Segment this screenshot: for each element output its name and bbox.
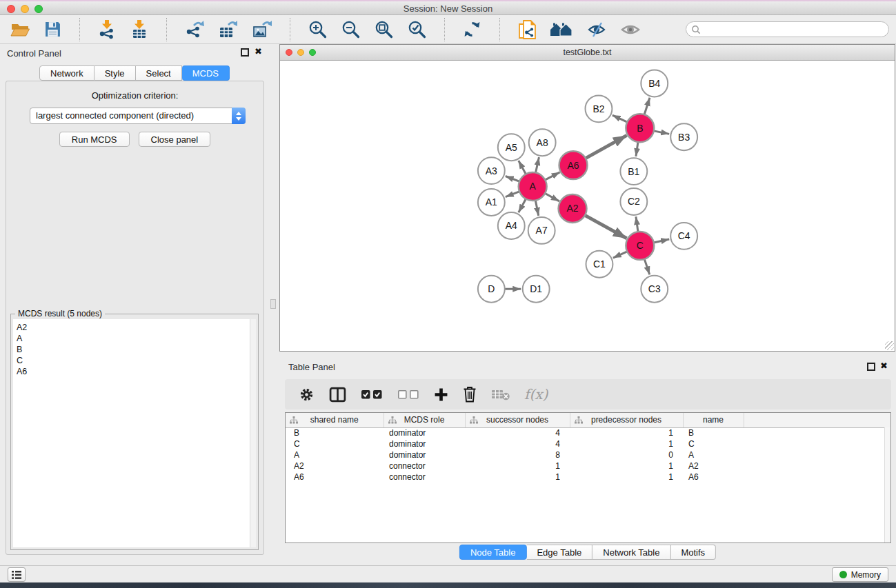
table-tab-node-table[interactable]: Node Table bbox=[459, 545, 527, 560]
table-cell[interactable]: A6 bbox=[286, 472, 384, 483]
table-cell[interactable]: B bbox=[286, 427, 384, 438]
table-cell[interactable]: A bbox=[286, 449, 384, 460]
zoom-out-icon[interactable] bbox=[339, 19, 362, 39]
tab-style[interactable]: Style bbox=[94, 65, 136, 81]
graph-edge-C-C4[interactable] bbox=[652, 239, 669, 243]
table-cell[interactable]: 1 bbox=[465, 460, 570, 472]
table-row[interactable]: A6connector11A6 bbox=[286, 472, 890, 483]
graph-node-A6[interactable]: A6 bbox=[559, 151, 588, 179]
table-cell[interactable]: 1 bbox=[570, 438, 683, 449]
graph-edge-A2-C[interactable] bbox=[584, 214, 627, 239]
graph-edge-A-A2[interactable] bbox=[544, 192, 559, 201]
deselect-all-rows-icon[interactable] bbox=[397, 389, 419, 400]
graph-node-B3[interactable]: B3 bbox=[670, 123, 697, 150]
export-table-icon[interactable] bbox=[217, 20, 240, 39]
table-cell[interactable]: C bbox=[683, 438, 744, 449]
graph-node-A8[interactable]: A8 bbox=[529, 129, 556, 156]
table-cell[interactable]: connector bbox=[384, 460, 465, 472]
graph-node-A[interactable]: A bbox=[519, 172, 547, 201]
delete-columns-icon[interactable] bbox=[463, 386, 477, 403]
graph-node-C[interactable]: C bbox=[626, 232, 654, 260]
graph-node-A4[interactable]: A4 bbox=[498, 212, 525, 239]
table-cell[interactable]: 1 bbox=[570, 427, 683, 438]
refresh-icon[interactable] bbox=[461, 19, 484, 39]
task-history-button[interactable] bbox=[8, 567, 26, 582]
graph-edge-A-A7[interactable] bbox=[535, 199, 539, 216]
table-cell[interactable]: A2 bbox=[286, 460, 384, 472]
graph-node-A7[interactable]: A7 bbox=[528, 217, 555, 244]
tab-network[interactable]: Network bbox=[39, 65, 94, 81]
split-panel-icon[interactable] bbox=[329, 387, 346, 403]
graph-node-A2[interactable]: A2 bbox=[559, 194, 587, 223]
add-column-icon[interactable] bbox=[434, 387, 448, 402]
table-cell[interactable]: A bbox=[683, 449, 744, 460]
table-cell[interactable]: C bbox=[286, 438, 384, 449]
import-network-icon[interactable] bbox=[96, 19, 118, 40]
mcds-result-item[interactable]: A bbox=[13, 333, 256, 344]
graph-node-A5[interactable]: A5 bbox=[498, 134, 525, 161]
save-session-icon[interactable] bbox=[42, 20, 63, 39]
table-tab-edge-table[interactable]: Edge Table bbox=[526, 545, 593, 560]
table-scrollbar[interactable] bbox=[884, 427, 890, 543]
tab-select[interactable]: Select bbox=[136, 65, 182, 81]
network-canvas[interactable]: B4B2BB3A8A5A6B1A3AC2A1A2A4A7C4CC1C3DD1 bbox=[280, 61, 895, 351]
zoom-selected-icon[interactable] bbox=[406, 19, 428, 39]
graph-edge-B-B2[interactable] bbox=[613, 115, 629, 123]
window-resize-grip[interactable] bbox=[885, 341, 894, 350]
open-file-icon[interactable] bbox=[8, 21, 32, 39]
table-cell[interactable]: 0 bbox=[570, 449, 683, 460]
result-list-scrollbar[interactable] bbox=[250, 319, 256, 547]
mcds-result-item[interactable]: C bbox=[13, 355, 256, 366]
select-stepper-icon[interactable] bbox=[232, 108, 246, 124]
float-panel-icon[interactable] bbox=[241, 48, 249, 57]
import-table-icon[interactable] bbox=[128, 19, 150, 40]
table-cell[interactable]: B bbox=[683, 427, 744, 438]
column-header-predecessor-nodes[interactable]: predecessor nodes bbox=[570, 413, 683, 427]
panel-divider[interactable] bbox=[269, 44, 279, 565]
graph-edge-C-C1[interactable] bbox=[613, 251, 629, 258]
memory-button[interactable]: Memory bbox=[832, 567, 888, 582]
export-network-icon[interactable] bbox=[183, 20, 206, 39]
graph-edge-A-A8[interactable] bbox=[535, 157, 539, 174]
graph-node-C2[interactable]: C2 bbox=[620, 188, 647, 215]
graph-node-C4[interactable]: C4 bbox=[670, 223, 697, 250]
table-float-panel-icon[interactable] bbox=[867, 363, 875, 371]
graph-edge-A-A6[interactable] bbox=[544, 172, 560, 181]
graph-node-C3[interactable]: C3 bbox=[641, 276, 668, 303]
table-cell[interactable]: A6 bbox=[683, 472, 744, 483]
graph-edge-A6-B[interactable] bbox=[584, 135, 627, 159]
graph-edge-C-C3[interactable] bbox=[644, 257, 650, 274]
table-cell[interactable]: 4 bbox=[465, 438, 570, 449]
run-mcds-button[interactable]: Run MCDS bbox=[59, 132, 130, 147]
column-header-successor-nodes[interactable]: successor nodes bbox=[465, 413, 570, 427]
graph-edge-B-B4[interactable] bbox=[644, 98, 650, 116]
mcds-result-item[interactable]: A6 bbox=[13, 366, 256, 377]
close-panel-icon[interactable]: ✖ bbox=[255, 47, 262, 57]
graph-node-A3[interactable]: A3 bbox=[478, 157, 505, 184]
delete-table-icon[interactable] bbox=[491, 388, 510, 401]
mcds-result-item[interactable]: A2 bbox=[13, 322, 256, 333]
table-close-panel-icon[interactable]: ✖ bbox=[880, 361, 888, 371]
settings-icon[interactable] bbox=[299, 387, 315, 403]
table-tab-motifs[interactable]: Motifs bbox=[670, 545, 716, 560]
graph-edge-B-B3[interactable] bbox=[652, 130, 669, 134]
table-row[interactable]: Adominator80A bbox=[286, 449, 890, 460]
table-cell[interactable]: 8 bbox=[465, 449, 570, 460]
close-panel-button[interactable]: Close panel bbox=[139, 132, 211, 147]
table-cell[interactable]: 1 bbox=[465, 472, 570, 483]
select-all-rows-icon[interactable] bbox=[361, 389, 383, 400]
search-input[interactable] bbox=[686, 21, 889, 37]
export-image-icon[interactable] bbox=[250, 20, 274, 39]
table-row[interactable]: Cdominator41C bbox=[286, 438, 890, 449]
table-cell[interactable]: 4 bbox=[465, 427, 570, 438]
zoom-in-icon[interactable] bbox=[306, 19, 329, 39]
table-tab-network-table[interactable]: Network Table bbox=[593, 545, 670, 560]
graph-node-C1[interactable]: C1 bbox=[586, 251, 613, 278]
graph-node-B[interactable]: B bbox=[626, 114, 654, 142]
table-cell[interactable]: A2 bbox=[683, 460, 744, 472]
table-cell[interactable]: 1 bbox=[570, 472, 683, 483]
function-builder-icon[interactable]: f(x) bbox=[524, 386, 548, 403]
divider-grip[interactable] bbox=[270, 299, 276, 309]
table-cell[interactable]: dominator bbox=[384, 449, 465, 460]
graph-node-B2[interactable]: B2 bbox=[586, 95, 613, 122]
